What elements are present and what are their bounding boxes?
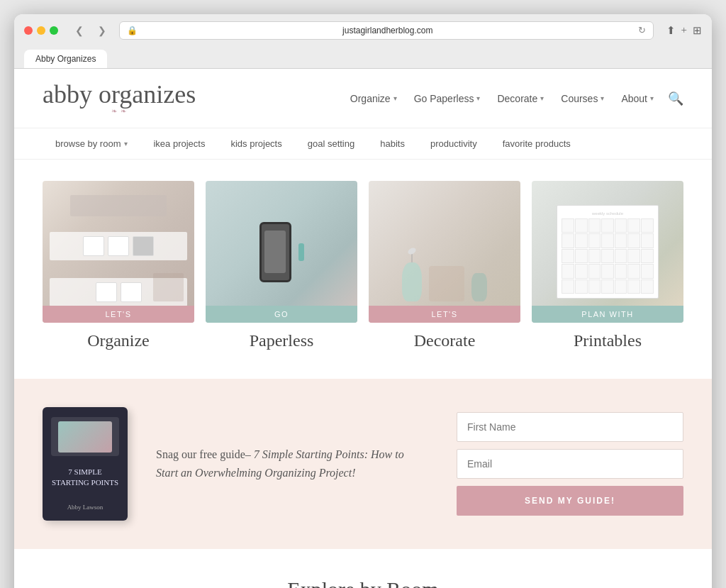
chevron-down-icon: ▾	[124, 140, 128, 148]
share-button[interactable]: ⬆	[666, 24, 676, 37]
send-guide-button[interactable]: SEND MY GUIDE!	[457, 486, 683, 516]
lock-icon: 🔒	[127, 26, 138, 36]
category-image-decorate: LET'S	[369, 181, 520, 323]
grid-button[interactable]: ⊞	[693, 24, 702, 37]
category-badge-printables: PLAN WITH	[532, 306, 683, 323]
tab-bar: Abby Organizes	[24, 47, 702, 68]
address-bar[interactable]: 🔒 justagirlandherblog.com ↻	[119, 21, 654, 40]
sub-navigation: browse by room ▾ ikea projects kids proj…	[14, 128, 712, 160]
traffic-lights	[24, 26, 58, 35]
first-name-input[interactable]	[457, 412, 683, 442]
chevron-down-icon: ▾	[476, 94, 480, 102]
printables-visual: weekly schedule	[532, 181, 683, 323]
category-image-organize: LET'S	[43, 181, 194, 323]
subnav-browse-by-room[interactable]: browse by room ▾	[43, 128, 140, 159]
nav-organize[interactable]: Organize ▾	[350, 93, 397, 104]
towel-item	[108, 236, 129, 256]
chevron-down-icon: ▾	[601, 94, 604, 102]
main-navigation: abby organizes ❧ ❧ Organize ▾ Go Paperle…	[14, 69, 712, 128]
chevron-down-icon: ▾	[650, 94, 654, 102]
subnav-goal-setting[interactable]: goal setting	[295, 128, 368, 159]
new-tab-button[interactable]: +	[681, 24, 687, 37]
close-button[interactable]	[24, 26, 33, 35]
guide-description-text: Snag our free guide– 7 Simple Starting P…	[156, 445, 428, 482]
categories-grid: LET'S Organize	[43, 181, 683, 350]
category-card-paperless[interactable]: GO Paperless	[206, 181, 357, 350]
subnav-ikea-projects[interactable]: ikea projects	[140, 128, 218, 159]
category-card-printables[interactable]: weekly schedule PLAN WITH Printables	[532, 181, 683, 350]
subnav-favorite-products[interactable]: favorite products	[490, 128, 583, 159]
explore-by-room-section: Explore by Room Organize, decorate, DIY,…	[14, 549, 712, 588]
url-text: justagirlandherblog.com	[143, 26, 632, 35]
logo-area[interactable]: abby organizes ❧ ❧	[43, 82, 196, 115]
chevron-down-icon: ▾	[540, 94, 544, 102]
categories-section: LET'S Organize	[14, 160, 712, 379]
browser-window: ❮ ❯ 🔒 justagirlandherblog.com ↻ ⬆ + ⊞ Ab…	[14, 14, 712, 588]
category-card-organize[interactable]: LET'S Organize	[43, 181, 194, 350]
search-icon[interactable]: 🔍	[668, 91, 683, 106]
category-title-decorate: Decorate	[369, 331, 520, 350]
organize-visual	[43, 181, 194, 323]
forward-button[interactable]: ❯	[92, 23, 112, 38]
category-badge-decorate: LET'S	[369, 306, 520, 323]
active-tab[interactable]: Abby Organizes	[24, 50, 107, 68]
towel-item	[83, 236, 104, 256]
nav-courses[interactable]: Courses ▾	[561, 93, 604, 104]
minimize-button[interactable]	[37, 26, 45, 35]
guide-signup-form: SEND MY GUIDE!	[457, 412, 683, 516]
towel-item	[96, 282, 117, 302]
paperless-visual	[206, 181, 357, 323]
nav-links: Organize ▾ Go Paperless ▾ Decorate ▾ Cou…	[350, 93, 654, 104]
decorate-visual	[369, 181, 520, 323]
category-badge-organize: LET'S	[43, 306, 194, 323]
explore-section-title: Explore by Room	[43, 577, 683, 588]
website-content: abby organizes ❧ ❧ Organize ▾ Go Paperle…	[14, 69, 712, 588]
back-button[interactable]: ❮	[69, 23, 89, 38]
shelf-item	[50, 232, 187, 260]
guide-book-cover: 7 SIMPLE STARTING POINTS Abby Lawson	[43, 407, 128, 521]
category-title-paperless: Paperless	[206, 331, 357, 350]
nav-go-paperless[interactable]: Go Paperless ▾	[414, 93, 481, 104]
towel-item	[121, 282, 142, 302]
nav-about[interactable]: About ▾	[621, 93, 654, 104]
browser-chrome: ❮ ❯ 🔒 justagirlandherblog.com ↻ ⬆ + ⊞ Ab…	[14, 14, 712, 69]
category-title-organize: Organize	[43, 331, 194, 350]
subnav-habits[interactable]: habits	[367, 128, 418, 159]
site-logo: abby organizes	[43, 82, 196, 107]
browser-action-buttons: ⬆ + ⊞	[666, 24, 702, 37]
category-card-decorate[interactable]: LET'S Decorate	[369, 181, 520, 350]
category-image-printables: weekly schedule PLAN WITH	[532, 181, 683, 323]
category-badge-paperless: GO	[206, 306, 357, 323]
email-input[interactable]	[457, 449, 683, 479]
guide-book-title: 7 SIMPLE STARTING POINTS	[51, 467, 119, 487]
refresh-button[interactable]: ↻	[638, 25, 646, 36]
subnav-productivity[interactable]: productivity	[418, 128, 490, 159]
category-image-paperless: GO	[206, 181, 357, 323]
guide-book-author: Abby Lawson	[67, 504, 104, 511]
guide-section: 7 SIMPLE STARTING POINTS Abby Lawson Sna…	[14, 379, 712, 549]
chevron-down-icon: ▾	[393, 94, 397, 102]
browser-nav-buttons: ❮ ❯	[69, 23, 112, 38]
browser-top-bar: ❮ ❯ 🔒 justagirlandherblog.com ↻ ⬆ + ⊞	[24, 21, 702, 40]
maximize-button[interactable]	[50, 26, 58, 35]
towel-item	[133, 236, 154, 256]
subnav-kids-projects[interactable]: kids projects	[218, 128, 294, 159]
nav-decorate[interactable]: Decorate ▾	[497, 93, 544, 104]
category-title-printables: Printables	[532, 331, 683, 350]
